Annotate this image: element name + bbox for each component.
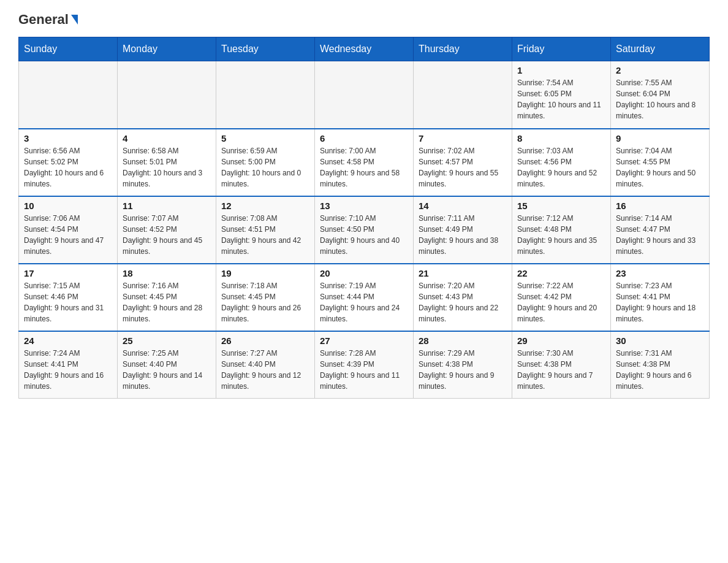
calendar-cell: 17Sunrise: 7:15 AMSunset: 4:46 PMDayligh… bbox=[19, 264, 118, 331]
day-number: 20 bbox=[320, 268, 408, 278]
calendar-cell: 1Sunrise: 7:54 AMSunset: 6:05 PMDaylight… bbox=[512, 61, 611, 129]
day-number: 27 bbox=[320, 335, 408, 346]
calendar-cell: 12Sunrise: 7:08 AMSunset: 4:51 PMDayligh… bbox=[216, 196, 315, 264]
calendar-cell: 20Sunrise: 7:19 AMSunset: 4:44 PMDayligh… bbox=[315, 264, 414, 331]
day-number: 30 bbox=[616, 335, 704, 346]
day-info: Sunrise: 7:19 AMSunset: 4:44 PMDaylight:… bbox=[320, 280, 408, 324]
calendar-cell: 15Sunrise: 7:12 AMSunset: 4:48 PMDayligh… bbox=[512, 196, 611, 264]
day-info: Sunrise: 7:10 AMSunset: 4:50 PMDaylight:… bbox=[320, 213, 408, 257]
calendar-cell: 29Sunrise: 7:30 AMSunset: 4:38 PMDayligh… bbox=[512, 331, 611, 399]
logo-text-general: General bbox=[18, 12, 69, 27]
day-number: 4 bbox=[123, 133, 211, 144]
day-number: 19 bbox=[221, 268, 309, 278]
calendar-cell: 28Sunrise: 7:29 AMSunset: 4:38 PMDayligh… bbox=[414, 331, 512, 399]
day-info: Sunrise: 7:30 AMSunset: 4:38 PMDaylight:… bbox=[517, 348, 605, 392]
calendar-cell: 6Sunrise: 7:00 AMSunset: 4:58 PMDaylight… bbox=[315, 129, 414, 196]
calendar-week-row: 24Sunrise: 7:24 AMSunset: 4:41 PMDayligh… bbox=[19, 331, 710, 399]
col-header-thursday: Thursday bbox=[414, 37, 512, 61]
day-info: Sunrise: 7:55 AMSunset: 6:04 PMDaylight:… bbox=[616, 77, 704, 121]
day-number: 12 bbox=[221, 201, 309, 211]
calendar-cell: 5Sunrise: 6:59 AMSunset: 5:00 PMDaylight… bbox=[216, 129, 315, 196]
day-number: 25 bbox=[123, 335, 211, 346]
calendar-cell: 18Sunrise: 7:16 AMSunset: 4:45 PMDayligh… bbox=[118, 264, 216, 331]
day-number: 23 bbox=[616, 268, 704, 278]
day-number: 2 bbox=[616, 65, 704, 75]
calendar-cell: 4Sunrise: 6:58 AMSunset: 5:01 PMDaylight… bbox=[118, 129, 216, 196]
col-header-sunday: Sunday bbox=[19, 37, 118, 61]
day-info: Sunrise: 7:54 AMSunset: 6:05 PMDaylight:… bbox=[517, 77, 605, 121]
calendar-cell: 7Sunrise: 7:02 AMSunset: 4:57 PMDaylight… bbox=[414, 129, 512, 196]
day-info: Sunrise: 7:23 AMSunset: 4:41 PMDaylight:… bbox=[616, 280, 704, 324]
calendar-cell: 22Sunrise: 7:22 AMSunset: 4:42 PMDayligh… bbox=[512, 264, 611, 331]
day-info: Sunrise: 7:08 AMSunset: 4:51 PMDaylight:… bbox=[221, 213, 309, 257]
day-number: 28 bbox=[419, 335, 507, 346]
logo-arrow-icon bbox=[71, 15, 78, 25]
day-info: Sunrise: 7:16 AMSunset: 4:45 PMDaylight:… bbox=[123, 280, 211, 324]
day-info: Sunrise: 6:56 AMSunset: 5:02 PMDaylight:… bbox=[24, 145, 112, 190]
calendar-week-row: 10Sunrise: 7:06 AMSunset: 4:54 PMDayligh… bbox=[19, 196, 710, 264]
day-number: 22 bbox=[517, 268, 605, 278]
day-number: 13 bbox=[320, 201, 408, 211]
calendar-cell: 3Sunrise: 6:56 AMSunset: 5:02 PMDaylight… bbox=[19, 129, 118, 196]
col-header-tuesday: Tuesday bbox=[216, 37, 315, 61]
day-info: Sunrise: 7:25 AMSunset: 4:40 PMDaylight:… bbox=[123, 348, 211, 392]
calendar-cell: 13Sunrise: 7:10 AMSunset: 4:50 PMDayligh… bbox=[315, 196, 414, 264]
calendar-week-row: 17Sunrise: 7:15 AMSunset: 4:46 PMDayligh… bbox=[19, 264, 710, 331]
calendar-table: SundayMondayTuesdayWednesdayThursdayFrid… bbox=[18, 37, 710, 399]
col-header-monday: Monday bbox=[118, 37, 216, 61]
day-number: 18 bbox=[123, 268, 211, 278]
day-number: 8 bbox=[517, 133, 605, 144]
calendar-cell: 10Sunrise: 7:06 AMSunset: 4:54 PMDayligh… bbox=[19, 196, 118, 264]
calendar-cell: 23Sunrise: 7:23 AMSunset: 4:41 PMDayligh… bbox=[611, 264, 710, 331]
day-info: Sunrise: 7:07 AMSunset: 4:52 PMDaylight:… bbox=[123, 213, 211, 257]
calendar-cell: 16Sunrise: 7:14 AMSunset: 4:47 PMDayligh… bbox=[611, 196, 710, 264]
calendar-cell: 9Sunrise: 7:04 AMSunset: 4:55 PMDaylight… bbox=[611, 129, 710, 196]
day-info: Sunrise: 7:06 AMSunset: 4:54 PMDaylight:… bbox=[24, 213, 112, 257]
day-info: Sunrise: 7:24 AMSunset: 4:41 PMDaylight:… bbox=[24, 348, 112, 392]
calendar-cell: 24Sunrise: 7:24 AMSunset: 4:41 PMDayligh… bbox=[19, 331, 118, 399]
day-info: Sunrise: 7:00 AMSunset: 4:58 PMDaylight:… bbox=[320, 145, 408, 190]
day-number: 26 bbox=[221, 335, 309, 346]
day-info: Sunrise: 7:28 AMSunset: 4:39 PMDaylight:… bbox=[320, 348, 408, 392]
calendar-cell: 27Sunrise: 7:28 AMSunset: 4:39 PMDayligh… bbox=[315, 331, 414, 399]
calendar-cell bbox=[216, 61, 315, 129]
day-number: 5 bbox=[221, 133, 309, 144]
day-info: Sunrise: 7:12 AMSunset: 4:48 PMDaylight:… bbox=[517, 213, 605, 257]
calendar-cell: 8Sunrise: 7:03 AMSunset: 4:56 PMDaylight… bbox=[512, 129, 611, 196]
calendar-cell bbox=[414, 61, 512, 129]
day-info: Sunrise: 7:27 AMSunset: 4:40 PMDaylight:… bbox=[221, 348, 309, 392]
day-info: Sunrise: 7:02 AMSunset: 4:57 PMDaylight:… bbox=[419, 145, 507, 190]
day-number: 3 bbox=[24, 133, 112, 144]
day-info: Sunrise: 6:59 AMSunset: 5:00 PMDaylight:… bbox=[221, 145, 309, 190]
day-info: Sunrise: 6:58 AMSunset: 5:01 PMDaylight:… bbox=[123, 145, 211, 190]
calendar-header-row: SundayMondayTuesdayWednesdayThursdayFrid… bbox=[19, 37, 710, 61]
day-info: Sunrise: 7:11 AMSunset: 4:49 PMDaylight:… bbox=[419, 213, 507, 257]
calendar-cell bbox=[118, 61, 216, 129]
calendar-week-row: 3Sunrise: 6:56 AMSunset: 5:02 PMDaylight… bbox=[19, 129, 710, 196]
day-info: Sunrise: 7:18 AMSunset: 4:45 PMDaylight:… bbox=[221, 280, 309, 324]
day-number: 21 bbox=[419, 268, 507, 278]
day-number: 15 bbox=[517, 201, 605, 211]
calendar-cell: 14Sunrise: 7:11 AMSunset: 4:49 PMDayligh… bbox=[414, 196, 512, 264]
col-header-saturday: Saturday bbox=[611, 37, 710, 61]
day-number: 9 bbox=[616, 133, 704, 144]
day-number: 10 bbox=[24, 201, 112, 211]
day-info: Sunrise: 7:15 AMSunset: 4:46 PMDaylight:… bbox=[24, 280, 112, 324]
day-number: 11 bbox=[123, 201, 211, 211]
day-info: Sunrise: 7:31 AMSunset: 4:38 PMDaylight:… bbox=[616, 348, 704, 392]
calendar-cell: 11Sunrise: 7:07 AMSunset: 4:52 PMDayligh… bbox=[118, 196, 216, 264]
calendar-week-row: 1Sunrise: 7:54 AMSunset: 6:05 PMDaylight… bbox=[19, 61, 710, 129]
calendar-cell bbox=[315, 61, 414, 129]
calendar-cell: 30Sunrise: 7:31 AMSunset: 4:38 PMDayligh… bbox=[611, 331, 710, 399]
calendar-cell: 2Sunrise: 7:55 AMSunset: 6:04 PMDaylight… bbox=[611, 61, 710, 129]
day-info: Sunrise: 7:04 AMSunset: 4:55 PMDaylight:… bbox=[616, 145, 704, 190]
day-info: Sunrise: 7:29 AMSunset: 4:38 PMDaylight:… bbox=[419, 348, 507, 392]
calendar-cell bbox=[19, 61, 118, 129]
day-info: Sunrise: 7:14 AMSunset: 4:47 PMDaylight:… bbox=[616, 213, 704, 257]
calendar-cell: 26Sunrise: 7:27 AMSunset: 4:40 PMDayligh… bbox=[216, 331, 315, 399]
calendar-cell: 25Sunrise: 7:25 AMSunset: 4:40 PMDayligh… bbox=[118, 331, 216, 399]
day-number: 24 bbox=[24, 335, 112, 346]
calendar-cell: 19Sunrise: 7:18 AMSunset: 4:45 PMDayligh… bbox=[216, 264, 315, 331]
col-header-friday: Friday bbox=[512, 37, 611, 61]
day-number: 17 bbox=[24, 268, 112, 278]
